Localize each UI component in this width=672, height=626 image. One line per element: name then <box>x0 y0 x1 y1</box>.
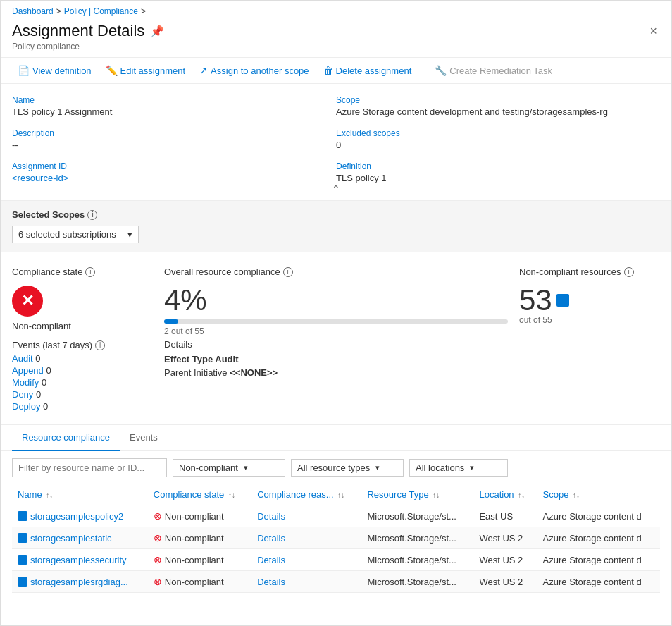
cell-compliance-3: ⊗ Non-compliant <box>148 571 251 593</box>
delete-assignment-button[interactable]: 🗑 Delete assignment <box>318 62 418 79</box>
cell-resource-type-2: Microsoft.Storage/st... <box>361 549 473 571</box>
assign-scope-button[interactable]: ↗ Assign to another scope <box>194 62 314 79</box>
edit-assignment-button[interactable]: ✏️ Edit assignment <box>100 62 192 79</box>
events-header: Events (last 7 days) i <box>12 340 153 350</box>
cell-reason-1: Details <box>251 527 361 549</box>
cell-compliance-0: ⊗ Non-compliant <box>148 505 251 527</box>
cell-name-0: storagesamplespolicy2 <box>12 505 148 527</box>
cell-scope-1: Azure Storage content d <box>537 527 660 549</box>
col-name[interactable]: Name ↑↓ <box>12 484 148 505</box>
compliance-state-value: Non-compliant <box>12 321 153 331</box>
resource-type-filter-dropdown[interactable]: All resource types ▾ <box>291 459 404 477</box>
cell-name-3: storagesamplesrgdiag... <box>12 571 148 593</box>
page-subtitle: Policy compliance <box>12 42 164 51</box>
non-compliant-count: 53 <box>519 286 660 315</box>
cell-resource-type-1: Microsoft.Storage/st... <box>361 527 473 549</box>
close-button[interactable]: × <box>647 22 660 40</box>
delete-icon: 🗑 <box>323 65 333 76</box>
scopes-dropdown-value: 6 selected subscriptions <box>18 229 116 240</box>
compliance-progress-text: 2 out of 55 <box>164 326 508 336</box>
scopes-info-icon[interactable]: i <box>87 210 97 220</box>
resource-dot-3 <box>18 577 27 587</box>
resource-name-link-1[interactable]: storagesamplestatic <box>18 533 142 544</box>
assign-scope-label: Assign to another scope <box>211 66 309 76</box>
details-section: Name TLS policy 1 Assignment Description… <box>1 84 671 201</box>
description-group: Description -- <box>12 128 336 150</box>
breadcrumb-dashboard[interactable]: Dashboard <box>12 6 54 16</box>
cell-location-3: West US 2 <box>473 571 537 593</box>
description-value: -- <box>12 140 336 150</box>
non-compliant-icon-circle: ✕ <box>12 286 43 317</box>
cell-resource-type-3: Microsoft.Storage/st... <box>361 571 473 593</box>
col-compliance-reason[interactable]: Compliance reas... ↑↓ <box>251 484 361 505</box>
definition-value: TLS policy 1 <box>336 173 660 183</box>
view-definition-label: View definition <box>32 66 92 76</box>
table-row: storagesamplesrgdiag... ⊗ Non-compliant … <box>12 571 660 593</box>
cell-location-2: West US 2 <box>473 549 537 571</box>
create-remediation-button[interactable]: 🔧 Create Remediation Task <box>429 62 558 79</box>
table-row: storagesamplestatic ⊗ Non-compliant Deta… <box>12 527 660 549</box>
cell-name-1: storagesamplestatic <box>12 527 148 549</box>
event-append: Append 0 <box>12 365 153 376</box>
resource-table-container: Name ↑↓ Compliance state ↑↓ Compliance r… <box>1 484 671 625</box>
details-link-1[interactable]: Details <box>257 533 285 544</box>
non-compliant-x-icon: ✕ <box>21 292 34 310</box>
resource-name-link-3[interactable]: storagesamplesrgdiag... <box>18 577 142 587</box>
scopes-dropdown[interactable]: 6 selected subscriptions ▾ <box>12 226 139 243</box>
location-filter-dropdown[interactable]: All locations ▾ <box>409 459 508 477</box>
cell-scope-0: Azure Storage content d <box>537 505 660 527</box>
details-link-0[interactable]: Details <box>257 511 285 522</box>
cell-reason-3: Details <box>251 571 361 593</box>
resource-name-link-2[interactable]: storagesamplessecurity <box>18 555 142 565</box>
overall-compliance-info-icon[interactable]: i <box>283 267 293 277</box>
sort-compliance-icon: ↑↓ <box>228 491 235 499</box>
tab-resource-compliance[interactable]: Resource compliance <box>12 425 120 451</box>
search-input[interactable] <box>12 458 167 477</box>
cell-location-1: West US 2 <box>473 527 537 549</box>
sort-name-icon: ↑↓ <box>46 491 53 499</box>
definition-label: Definition <box>336 161 660 171</box>
cell-name-2: storagesamplessecurity <box>12 549 148 571</box>
view-definition-icon: 📄 <box>18 65 30 76</box>
parent-initiative-row: Parent Initiative <<NONE>> <box>164 367 508 378</box>
tab-events[interactable]: Events <box>120 425 168 451</box>
assignment-id-label: Assignment ID <box>12 161 336 171</box>
cell-location-0: East US <box>473 505 537 527</box>
breadcrumb-policy[interactable]: Policy | Compliance <box>64 6 138 16</box>
scope-group: Scope Azure Storage content development … <box>336 95 660 117</box>
overall-compliance-block: Overall resource compliance i 4% 2 out o… <box>164 266 508 413</box>
pin-icon[interactable]: 📌 <box>150 25 164 38</box>
resource-dot-2 <box>18 555 27 565</box>
compliance-filter-arrow: ▾ <box>244 463 248 472</box>
toolbar: 📄 View definition ✏️ Edit assignment ↗ A… <box>1 57 671 84</box>
col-compliance-state[interactable]: Compliance state ↑↓ <box>148 484 251 505</box>
view-definition-button[interactable]: 📄 View definition <box>12 62 97 79</box>
filter-bar: Non-compliant ▾ All resource types ▾ All… <box>1 451 671 484</box>
compliance-filter-dropdown[interactable]: Non-compliant ▾ <box>173 459 285 477</box>
non-compliant-out-of: out of 55 <box>519 315 660 325</box>
col-scope[interactable]: Scope ↑↓ <box>537 484 660 505</box>
delete-assignment-label: Delete assignment <box>336 66 412 76</box>
non-compliant-row-icon-2: ⊗ <box>154 554 162 565</box>
assignment-id-value[interactable]: <resource-id> <box>12 173 336 183</box>
effect-type-row: Effect Type Audit <box>164 354 508 364</box>
collapse-button[interactable]: ⌃ <box>332 183 340 195</box>
overall-compliance-header: Overall resource compliance i <box>164 266 508 277</box>
cell-scope-2: Azure Storage content d <box>537 549 660 571</box>
col-location[interactable]: Location ↑↓ <box>473 484 537 505</box>
resource-type-filter-value: All resource types <box>297 462 370 473</box>
compliance-state-info-icon[interactable]: i <box>85 267 95 277</box>
sort-resource-type-icon: ↑↓ <box>433 491 440 499</box>
non-compliant-row-icon-3: ⊗ <box>154 576 162 587</box>
edit-icon: ✏️ <box>106 65 118 76</box>
non-compliant-resources-info-icon[interactable]: i <box>624 267 634 277</box>
details-link-2[interactable]: Details <box>257 555 285 565</box>
scopes-label: Selected Scopes i <box>12 209 660 220</box>
details-link-3[interactable]: Details <box>257 577 285 587</box>
resource-type-icon <box>556 294 569 307</box>
col-resource-type[interactable]: Resource Type ↑↓ <box>361 484 473 505</box>
tabs-section: Resource compliance Events <box>1 425 671 451</box>
non-compliant-row-icon-0: ⊗ <box>154 510 162 522</box>
events-info-icon[interactable]: i <box>95 340 105 350</box>
resource-name-link-0[interactable]: storagesamplespolicy2 <box>18 511 142 522</box>
